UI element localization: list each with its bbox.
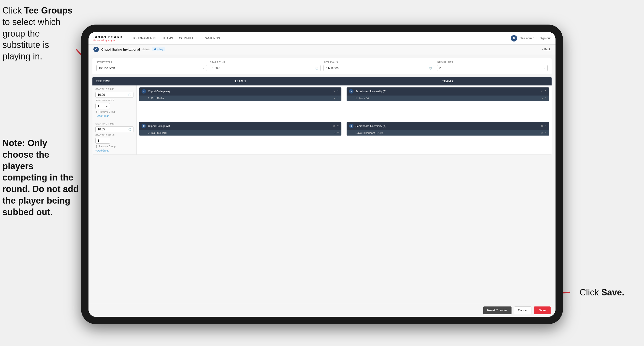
- expand-icon-3[interactable]: ⌃: [337, 124, 339, 128]
- group-size-input[interactable]: 2 ⌄: [437, 65, 548, 71]
- starting-time-input-1[interactable]: 10:00 🕐: [95, 92, 134, 98]
- col-team1: Team 1: [137, 77, 344, 85]
- trash-icon-2: 🗑: [95, 145, 98, 148]
- expand-icon-1[interactable]: ⌃: [337, 90, 339, 93]
- remove-group-button-1[interactable]: 🗑 Remove Group: [95, 110, 134, 113]
- chevron-icon-3: ⌄: [106, 105, 108, 107]
- remove-icon-2[interactable]: ✕: [541, 90, 543, 93]
- group-1-team2: S Scoreboard University (A) ✕ ⌃ 1. Rees …: [344, 85, 552, 120]
- player-actions-2-2-1: ✕ ⌃: [541, 132, 547, 134]
- tablet-device: SCOREBOARD Powered by clippd TOURNAMENTS…: [81, 24, 563, 324]
- group-2-team2: S Scoreboard University (A) ✕ ⌃ Dave Bil…: [344, 120, 552, 154]
- logo-text: SCOREBOARD: [94, 35, 122, 39]
- team-name-1-1: Clippd College (A): [148, 90, 331, 93]
- main-content: Start Type 1st Tee Start ⌄ Start Time 10…: [88, 54, 556, 304]
- reset-changes-button[interactable]: Reset Changes: [483, 307, 512, 314]
- team-actions-1-1: ✕ ⌃: [333, 90, 339, 93]
- remove-player-icon-3[interactable]: ✕: [334, 132, 336, 134]
- intervals-field: Intervals 5 Minutes 🕐: [324, 61, 434, 71]
- table-header: Tee Time Team 1 Team 2: [92, 77, 552, 85]
- nav-committee[interactable]: COMMITTEE: [179, 36, 198, 41]
- remove-player-icon[interactable]: ✕: [334, 97, 336, 100]
- remove-icon-3[interactable]: ✕: [333, 124, 335, 128]
- nav-teams[interactable]: TEAMS: [162, 36, 173, 41]
- starting-hole-label-1: STARTING HOLE:: [95, 99, 134, 102]
- remove-icon-1[interactable]: ✕: [333, 90, 335, 93]
- annotation-note-text: Note: Only choose the players competing …: [2, 138, 79, 217]
- start-type-label: Start Type: [96, 61, 207, 64]
- start-time-label: Start Time: [210, 61, 320, 64]
- starting-time-label-1: STARTING TIME:: [95, 88, 134, 90]
- team-card-2-1: C Clippd College (A) ✕ ⌃ 2. Blair McHarg: [139, 122, 342, 136]
- team-actions-1-2: ✕ ⌃: [541, 90, 547, 93]
- chevron-icon-2: ⌄: [544, 67, 546, 69]
- hosting-badge: Hosting: [152, 47, 165, 51]
- expand-icon-4[interactable]: ⌃: [544, 124, 547, 128]
- cancel-button[interactable]: Cancel: [514, 307, 532, 314]
- chevron-icon-4: ⌄: [106, 139, 108, 142]
- team-name-1-2: Scoreboard University (A): [356, 90, 539, 93]
- player-name-2: 1. Rees Britt: [356, 97, 370, 100]
- logo-sub: Powered by clippd: [94, 39, 122, 41]
- footer-bar: Reset Changes Cancel Save: [88, 304, 556, 317]
- nav-tournaments[interactable]: TOURNAMENTS: [132, 36, 156, 41]
- team-name-2-1: Clippd College (A): [148, 124, 331, 127]
- group-2-team1: C Clippd College (A) ✕ ⌃ 2. Blair McHarg: [137, 120, 344, 154]
- remove-player-icon-2[interactable]: ✕: [541, 97, 543, 100]
- expand-player-icon-3[interactable]: ⌃: [337, 132, 339, 134]
- expand-player-icon-2[interactable]: ⌃: [545, 97, 547, 100]
- expand-icon-2[interactable]: ⌃: [544, 90, 547, 93]
- team-card-1-1: C Clippd College (A) ✕ ⌃ 1. Rich Butler: [139, 87, 342, 101]
- expand-player-icon-4[interactable]: ⌃: [545, 132, 547, 134]
- expand-player-icon[interactable]: ⌃: [337, 97, 339, 100]
- start-type-field: Start Type 1st Tee Start ⌄: [96, 61, 207, 71]
- add-group-button-2[interactable]: + Add Group: [95, 149, 134, 152]
- add-group-button-1[interactable]: + Add Group: [95, 115, 134, 117]
- group-size-field: Group Size 2 ⌄: [437, 61, 548, 71]
- team-actions-2-2: ✕ ⌃: [541, 124, 547, 128]
- player-row-2-1-1: 2. Blair McHarg ✕ ⌃: [139, 130, 342, 136]
- remove-player-icon-4[interactable]: ✕: [541, 132, 543, 134]
- player-row-1-1-1: 1. Rich Butler ✕ ⌃: [139, 95, 342, 101]
- starting-time-input-2[interactable]: 10:05 🕐: [95, 126, 134, 132]
- save-button[interactable]: Save: [534, 307, 550, 314]
- group-1-left: STARTING TIME: 10:00 🕐 STARTING HOLE: 1 …: [92, 85, 137, 120]
- annotation-bold-1: Tee Groups: [24, 5, 72, 15]
- starting-hole-label-2: STARTING HOLE:: [95, 134, 134, 136]
- trash-icon: 🗑: [95, 110, 98, 113]
- clock-icon-3: 🕐: [128, 94, 131, 96]
- tee-table: Tee Time Team 1 Team 2 STARTING TIME: 10…: [92, 77, 552, 155]
- nav-rankings[interactable]: RANKINGS: [204, 36, 220, 41]
- intervals-input[interactable]: 5 Minutes 🕐: [324, 65, 434, 71]
- annotation-right: Click Save.: [580, 287, 624, 298]
- start-time-input[interactable]: 10:00 🕐: [210, 65, 320, 71]
- tournament-gender: (Men): [142, 48, 150, 51]
- group-row-2: STARTING TIME: 10:05 🕐 STARTING HOLE: 1 …: [92, 120, 552, 155]
- team-card-1-2-header: S Scoreboard University (A) ✕ ⌃: [346, 87, 549, 95]
- col-team2: Team 2: [344, 77, 552, 85]
- start-type-input[interactable]: 1st Tee Start ⌄: [96, 65, 207, 71]
- player-name-3: 2. Blair McHarg: [148, 131, 167, 134]
- navbar: SCOREBOARD Powered by clippd TOURNAMENTS…: [88, 32, 556, 45]
- annotation-save-bold: Save.: [601, 287, 624, 297]
- team-badge-2-1: C: [142, 124, 146, 128]
- remove-icon-4[interactable]: ✕: [541, 124, 543, 128]
- team-card-1-1-header: C Clippd College (A) ✕ ⌃: [139, 87, 342, 95]
- nav-right: B blair admin | Sign out: [511, 35, 550, 41]
- starting-hole-input-1[interactable]: 1 ⌄: [95, 103, 110, 109]
- annotation-text-1: Click Tee Groups to select which group t…: [2, 5, 72, 61]
- team-card-2-2-header: S Scoreboard University (A) ✕ ⌃: [346, 122, 549, 130]
- user-avatar: B: [511, 35, 517, 41]
- remove-group-button-2[interactable]: 🗑 Remove Group: [95, 145, 134, 148]
- player-row-1-2-1: 1. Rees Britt ✕ ⌃: [346, 95, 549, 101]
- nav-items: TOURNAMENTS TEAMS COMMITTEE RANKINGS: [132, 36, 504, 41]
- player-row-2-2-1: Dave Billingham (SUB) ✕ ⌃: [346, 130, 549, 136]
- user-name: blair admin: [520, 36, 534, 40]
- sign-out-link[interactable]: Sign out: [540, 36, 550, 40]
- team-badge-1-1: C: [142, 89, 146, 94]
- clock-icon-4: 🕐: [128, 128, 131, 131]
- starting-hole-input-2[interactable]: 1 ⌄: [95, 138, 110, 144]
- team-badge-2-2: S: [349, 124, 354, 128]
- player-name: 1. Rich Butler: [148, 97, 164, 100]
- back-button[interactable]: ‹ Back: [542, 48, 550, 51]
